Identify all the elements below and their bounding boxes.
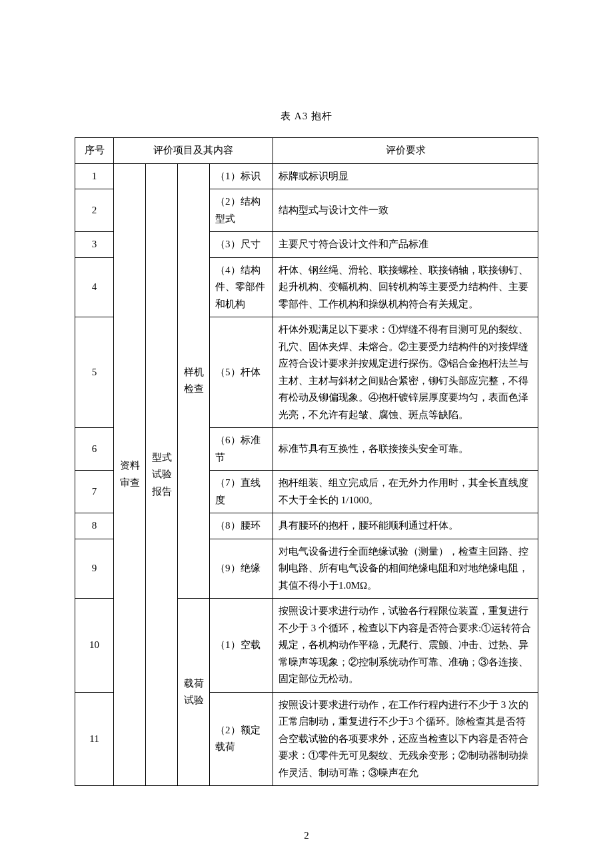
cell-seq: 4 [75,257,114,317]
cell-item: （8）腰环 [210,513,273,539]
header-seq: 序号 [75,138,114,164]
cell-req: 抱杆组装、组立完成后，在无外力作用时，其全长直线度不大于全长的 1/1000。 [273,471,538,513]
cell-seq: 5 [75,317,114,428]
page: 表 A3 抱杆 序号 评价项目及其内容 评价要求 1 资料审查 型式试验报告 样… [0,0,613,868]
cell-req: 杆体外观满足以下要求：①焊缝不得有目测可见的裂纹、孔穴、固体夹焊、未熔合。②主要… [273,317,538,428]
cell-group-c1: 样机检查 [178,163,210,599]
cell-seq: 8 [75,513,114,539]
cell-req: 按照设计要求进行动作，试验各行程限位装置，重复进行不少于 3 个循环，检查以下内… [273,599,538,693]
cell-item: （6）标准节 [210,428,273,471]
cell-seq: 6 [75,428,114,471]
cell-seq: 9 [75,539,114,599]
header-content: 评价项目及其内容 [114,138,273,164]
cell-req: 杆体、钢丝绳、滑轮、联接螺栓、联接销轴，联接铆钉、起升机构、变幅机构、回转机构等… [273,257,538,317]
header-req: 评价要求 [273,138,538,164]
cell-item: （2）结构型式 [210,189,273,232]
cell-req: 标准节具有互换性，各联接接头安全可靠。 [273,428,538,471]
cell-group-b: 型式试验报告 [146,163,178,786]
cell-item: （3）尺寸 [210,232,273,258]
cell-req: 具有腰环的抱杆，腰环能顺利通过杆体。 [273,513,538,539]
cell-item: （5）杆体 [210,317,273,428]
table-title: 表 A3 抱杆 [75,110,538,123]
cell-seq: 1 [75,163,114,189]
page-number: 2 [0,830,613,841]
cell-req: 结构型式与设计文件一致 [273,189,538,232]
cell-req: 对电气设备进行全面绝缘试验（测量），检查主回路、控制电路、所有电气设备的相间绝缘… [273,539,538,599]
cell-group-c2: 载荷试验 [178,599,210,786]
cell-req: 主要尺寸符合设计文件和产品标准 [273,232,538,258]
table-row: 1 资料审查 型式试验报告 样机检查 （1）标识 标牌或标识明显 [75,163,538,189]
cell-seq: 11 [75,692,114,786]
cell-item: （7）直线度 [210,471,273,513]
cell-item: （9）绝缘 [210,539,273,599]
main-table: 序号 评价项目及其内容 评价要求 1 资料审查 型式试验报告 样机检查 （1）标… [75,137,538,786]
cell-seq: 10 [75,599,114,693]
cell-item: （2）额定载荷 [210,692,273,786]
cell-item: （1）空载 [210,599,273,693]
header-row: 序号 评价项目及其内容 评价要求 [75,138,538,164]
cell-seq: 2 [75,189,114,232]
cell-item: （4）结构件、零部件和机构 [210,257,273,317]
cell-req: 标牌或标识明显 [273,163,538,189]
cell-group-a: 资料审查 [114,163,146,786]
cell-seq: 7 [75,471,114,513]
cell-item: （1）标识 [210,163,273,189]
cell-req: 按照设计要求进行动作，在工作行程内进行不少于 3 次的正常启制动，重复进行不少于… [273,692,538,786]
cell-seq: 3 [75,232,114,258]
